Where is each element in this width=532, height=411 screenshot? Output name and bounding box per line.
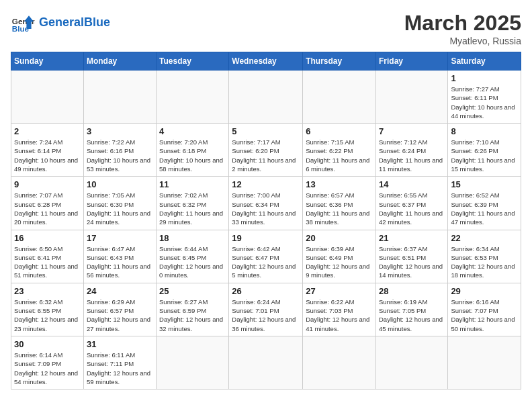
calendar-cell: 30Sunrise: 6:14 AM Sunset: 7:09 PM Dayli…: [11, 336, 84, 389]
calendar-cell: 11Sunrise: 7:02 AM Sunset: 6:32 PM Dayli…: [157, 177, 229, 230]
day-info: Sunrise: 7:05 AM Sunset: 6:30 PM Dayligh…: [87, 191, 153, 226]
calendar-cell: [303, 71, 376, 124]
day-number: 20: [306, 233, 373, 243]
day-number: 18: [159, 233, 226, 243]
calendar-cell: 24Sunrise: 6:29 AM Sunset: 6:57 PM Dayli…: [83, 283, 156, 336]
calendar-cell: 6Sunrise: 7:15 AM Sunset: 6:22 PM Daylig…: [303, 124, 376, 177]
day-info: Sunrise: 7:02 AM Sunset: 6:32 PM Dayligh…: [159, 191, 226, 226]
weekday-header-tuesday: Tuesday: [157, 52, 229, 71]
calendar-cell: 22Sunrise: 6:34 AM Sunset: 6:53 PM Dayli…: [448, 230, 521, 283]
calendar-title: March 2025: [404, 11, 521, 36]
logo: General Blue GeneralBlue: [11, 11, 110, 35]
calendar-cell: 14Sunrise: 6:55 AM Sunset: 6:37 PM Dayli…: [375, 177, 447, 230]
calendar-cell: 17Sunrise: 6:47 AM Sunset: 6:43 PM Dayli…: [83, 230, 156, 283]
calendar-cell: [157, 71, 229, 124]
calendar-cell: 28Sunrise: 6:19 AM Sunset: 7:05 PM Dayli…: [375, 283, 447, 336]
day-number: 15: [451, 179, 518, 189]
calendar-table: SundayMondayTuesdayWednesdayThursdayFrid…: [11, 52, 521, 390]
calendar-cell: 2Sunrise: 7:24 AM Sunset: 6:14 PM Daylig…: [11, 124, 84, 177]
weekday-header-friday: Friday: [375, 52, 447, 71]
day-info: Sunrise: 6:50 AM Sunset: 6:41 PM Dayligh…: [14, 244, 81, 280]
day-number: 10: [87, 179, 153, 189]
day-info: Sunrise: 6:32 AM Sunset: 6:55 PM Dayligh…: [14, 298, 81, 333]
day-number: 16: [14, 233, 81, 243]
calendar-cell: 12Sunrise: 7:00 AM Sunset: 6:34 PM Dayli…: [229, 177, 303, 230]
day-info: Sunrise: 6:19 AM Sunset: 7:05 PM Dayligh…: [379, 298, 445, 333]
calendar-cell: [11, 71, 84, 124]
day-number: 30: [14, 339, 81, 349]
calendar-week-row: 2Sunrise: 7:24 AM Sunset: 6:14 PM Daylig…: [11, 124, 521, 177]
calendar-cell: [375, 71, 447, 124]
calendar-week-row: 16Sunrise: 6:50 AM Sunset: 6:41 PM Dayli…: [11, 230, 521, 283]
calendar-cell: 15Sunrise: 6:52 AM Sunset: 6:39 PM Dayli…: [448, 177, 521, 230]
calendar-cell: 27Sunrise: 6:22 AM Sunset: 7:03 PM Dayli…: [303, 283, 376, 336]
day-number: 31: [87, 339, 153, 349]
day-info: Sunrise: 6:24 AM Sunset: 7:01 PM Dayligh…: [232, 298, 300, 333]
weekday-header-wednesday: Wednesday: [229, 52, 303, 71]
calendar-cell: 4Sunrise: 7:20 AM Sunset: 6:18 PM Daylig…: [157, 124, 229, 177]
weekday-header-saturday: Saturday: [448, 52, 521, 71]
calendar-cell: [448, 336, 521, 389]
day-number: 22: [451, 233, 518, 243]
day-number: 11: [159, 179, 226, 189]
day-info: Sunrise: 6:11 AM Sunset: 7:11 PM Dayligh…: [87, 351, 153, 386]
page-header: General Blue GeneralBlue March 2025 Myat…: [11, 11, 521, 46]
day-info: Sunrise: 6:42 AM Sunset: 6:47 PM Dayligh…: [232, 244, 300, 280]
day-number: 5: [232, 126, 300, 136]
day-info: Sunrise: 6:52 AM Sunset: 6:39 PM Dayligh…: [451, 191, 518, 226]
calendar-cell: 1Sunrise: 7:27 AM Sunset: 6:11 PM Daylig…: [448, 71, 521, 124]
day-info: Sunrise: 7:24 AM Sunset: 6:14 PM Dayligh…: [14, 138, 81, 173]
calendar-cell: 20Sunrise: 6:39 AM Sunset: 6:49 PM Dayli…: [303, 230, 376, 283]
day-number: 24: [87, 286, 153, 296]
calendar-cell: [229, 71, 303, 124]
day-info: Sunrise: 6:14 AM Sunset: 7:09 PM Dayligh…: [14, 351, 81, 386]
day-number: 1: [451, 73, 518, 83]
calendar-subtitle: Myatlevo, Russia: [404, 36, 521, 46]
day-number: 29: [451, 286, 518, 296]
day-number: 14: [379, 179, 445, 189]
day-number: 6: [306, 126, 373, 136]
day-info: Sunrise: 6:27 AM Sunset: 6:59 PM Dayligh…: [159, 298, 226, 333]
calendar-cell: 23Sunrise: 6:32 AM Sunset: 6:55 PM Dayli…: [11, 283, 84, 336]
day-info: Sunrise: 7:00 AM Sunset: 6:34 PM Dayligh…: [232, 191, 300, 226]
day-info: Sunrise: 6:34 AM Sunset: 6:53 PM Dayligh…: [451, 244, 518, 280]
calendar-cell: 31Sunrise: 6:11 AM Sunset: 7:11 PM Dayli…: [83, 336, 156, 389]
calendar-cell: [229, 336, 303, 389]
logo-text: GeneralBlue: [39, 16, 110, 30]
weekday-header-monday: Monday: [83, 52, 156, 71]
day-number: 9: [14, 179, 81, 189]
weekday-header-thursday: Thursday: [303, 52, 376, 71]
logo-icon: General Blue: [11, 11, 35, 35]
calendar-cell: 9Sunrise: 7:07 AM Sunset: 6:28 PM Daylig…: [11, 177, 84, 230]
calendar-cell: 29Sunrise: 6:16 AM Sunset: 7:07 PM Dayli…: [448, 283, 521, 336]
calendar-cell: 7Sunrise: 7:12 AM Sunset: 6:24 PM Daylig…: [375, 124, 447, 177]
day-info: Sunrise: 6:55 AM Sunset: 6:37 PM Dayligh…: [379, 191, 445, 226]
title-block: March 2025 Myatlevo, Russia: [404, 11, 521, 46]
calendar-cell: 10Sunrise: 7:05 AM Sunset: 6:30 PM Dayli…: [83, 177, 156, 230]
day-number: 21: [379, 233, 445, 243]
calendar-cell: 5Sunrise: 7:17 AM Sunset: 6:20 PM Daylig…: [229, 124, 303, 177]
day-number: 13: [306, 179, 373, 189]
day-info: Sunrise: 6:37 AM Sunset: 6:51 PM Dayligh…: [379, 244, 445, 280]
calendar-cell: 19Sunrise: 6:42 AM Sunset: 6:47 PM Dayli…: [229, 230, 303, 283]
calendar-cell: 13Sunrise: 6:57 AM Sunset: 6:36 PM Dayli…: [303, 177, 376, 230]
day-number: 2: [14, 126, 81, 136]
calendar-week-row: 30Sunrise: 6:14 AM Sunset: 7:09 PM Dayli…: [11, 336, 521, 389]
day-info: Sunrise: 7:17 AM Sunset: 6:20 PM Dayligh…: [232, 138, 300, 173]
day-info: Sunrise: 6:47 AM Sunset: 6:43 PM Dayligh…: [87, 244, 153, 280]
day-number: 12: [232, 179, 300, 189]
day-number: 3: [87, 126, 153, 136]
day-info: Sunrise: 6:44 AM Sunset: 6:45 PM Dayligh…: [159, 244, 226, 280]
day-number: 27: [306, 286, 373, 296]
calendar-cell: [157, 336, 229, 389]
calendar-week-row: 23Sunrise: 6:32 AM Sunset: 6:55 PM Dayli…: [11, 283, 521, 336]
day-number: 17: [87, 233, 153, 243]
calendar-cell: 16Sunrise: 6:50 AM Sunset: 6:41 PM Dayli…: [11, 230, 84, 283]
calendar-cell: 26Sunrise: 6:24 AM Sunset: 7:01 PM Dayli…: [229, 283, 303, 336]
day-info: Sunrise: 7:12 AM Sunset: 6:24 PM Dayligh…: [379, 138, 445, 173]
day-info: Sunrise: 7:15 AM Sunset: 6:22 PM Dayligh…: [306, 138, 373, 173]
calendar-cell: 18Sunrise: 6:44 AM Sunset: 6:45 PM Dayli…: [157, 230, 229, 283]
calendar-cell: [303, 336, 376, 389]
calendar-cell: 25Sunrise: 6:27 AM Sunset: 6:59 PM Dayli…: [157, 283, 229, 336]
day-number: 7: [379, 126, 445, 136]
